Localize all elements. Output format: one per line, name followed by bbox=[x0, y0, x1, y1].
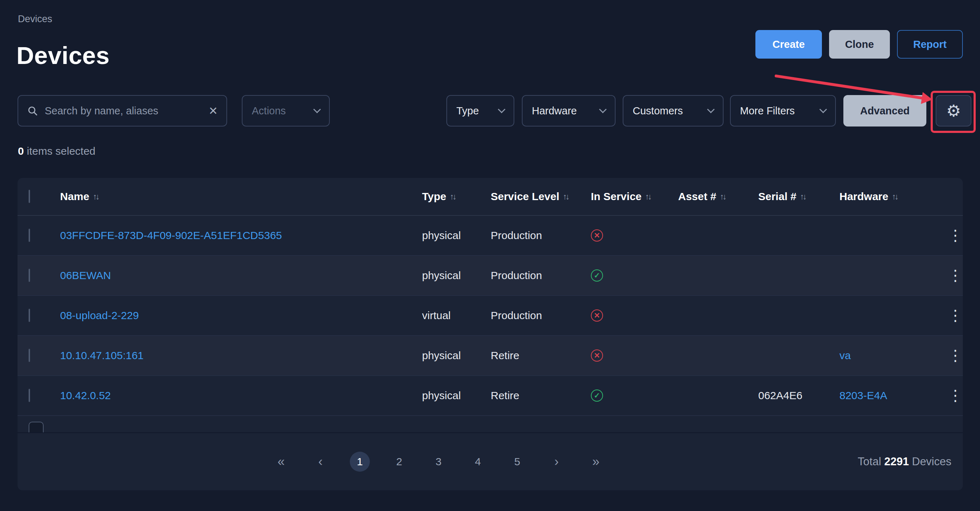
more-filters-dropdown[interactable]: More Filters bbox=[730, 95, 836, 127]
select-all-checkbox[interactable] bbox=[29, 190, 30, 203]
table-row-clipped bbox=[18, 416, 963, 432]
more-filters-label: More Filters bbox=[740, 105, 795, 117]
row-checkbox[interactable] bbox=[29, 422, 44, 432]
search-icon bbox=[27, 105, 38, 116]
column-header-serial[interactable]: Serial #↑↓ bbox=[758, 190, 840, 203]
in-service-status-icon: ✕ bbox=[591, 229, 603, 241]
search-input[interactable] bbox=[45, 105, 202, 117]
breadcrumb[interactable]: Devices bbox=[18, 14, 52, 25]
hardware-link[interactable]: va bbox=[840, 349, 851, 361]
hardware-link[interactable]: 8203-E4A bbox=[840, 389, 887, 401]
page-button-1[interactable]: 1 bbox=[350, 452, 370, 472]
table-row: 06BEWAN physical Production ✓ ⋮ bbox=[18, 256, 963, 296]
device-name-link[interactable]: 10.10.47.105:161 bbox=[60, 349, 144, 361]
next-page-button[interactable]: › bbox=[547, 452, 566, 472]
chevron-down-icon bbox=[707, 105, 714, 113]
service-level-cell: Retire bbox=[491, 349, 591, 362]
in-service-status-icon: ✓ bbox=[591, 270, 603, 282]
service-level-cell: Production bbox=[491, 270, 591, 282]
page-title: Devices bbox=[16, 41, 110, 69]
row-checkbox[interactable] bbox=[29, 229, 30, 242]
pagination: « ‹ 1 2 3 4 5 › » bbox=[271, 452, 606, 472]
advanced-button[interactable]: Advanced bbox=[843, 95, 926, 127]
search-box[interactable]: ✕ bbox=[18, 95, 227, 127]
hardware-filter-dropdown[interactable]: Hardware bbox=[522, 95, 616, 127]
sort-icon: ↑↓ bbox=[563, 192, 568, 202]
device-name-link[interactable]: 08-upload-2-229 bbox=[60, 309, 139, 321]
table-row: 10.10.47.105:161 physical Retire ✕ va ⋮ bbox=[18, 336, 963, 376]
row-menu-kebab-icon[interactable]: ⋮ bbox=[948, 267, 963, 284]
column-header-in-service[interactable]: In Service↑↓ bbox=[591, 190, 678, 203]
row-checkbox[interactable] bbox=[29, 349, 30, 362]
table-header-row: Name↑↓ Type↑↓ Service Level↑↓ In Service… bbox=[18, 178, 963, 216]
customers-filter-dropdown[interactable]: Customers bbox=[623, 95, 724, 127]
selection-count: 0 bbox=[18, 145, 24, 157]
selection-label: items selected bbox=[24, 145, 95, 157]
column-header-service-level[interactable]: Service Level↑↓ bbox=[491, 190, 591, 203]
row-menu-kebab-icon[interactable]: ⋮ bbox=[948, 347, 963, 364]
customers-filter-label: Customers bbox=[633, 105, 683, 117]
table-row: 03FFCDFE-873D-4F09-902E-A51EF1CD5365 phy… bbox=[18, 216, 963, 256]
devices-table: Name↑↓ Type↑↓ Service Level↑↓ In Service… bbox=[18, 178, 963, 490]
sort-icon: ↑↓ bbox=[892, 192, 897, 202]
row-menu-kebab-icon[interactable]: ⋮ bbox=[948, 387, 963, 404]
service-level-cell: Production bbox=[491, 309, 591, 322]
page-button-2[interactable]: 2 bbox=[389, 452, 409, 472]
type-cell: physical bbox=[422, 229, 491, 241]
device-name-link[interactable]: 10.42.0.52 bbox=[60, 389, 111, 401]
column-header-name[interactable]: Name↑↓ bbox=[60, 190, 422, 203]
report-button[interactable]: Report bbox=[897, 30, 963, 59]
row-checkbox[interactable] bbox=[29, 269, 30, 282]
device-name-link[interactable]: 03FFCDFE-873D-4F09-902E-A51EF1CD5365 bbox=[60, 229, 282, 241]
service-level-cell: Retire bbox=[491, 389, 591, 402]
page-button-3[interactable]: 3 bbox=[428, 452, 449, 472]
service-level-cell: Production bbox=[491, 229, 591, 241]
settings-gear-button[interactable]: ⚙ bbox=[935, 95, 971, 127]
clear-search-icon[interactable]: ✕ bbox=[208, 105, 218, 116]
page-button-4[interactable]: 4 bbox=[468, 452, 488, 472]
row-checkbox[interactable] bbox=[29, 309, 30, 322]
chevron-down-icon bbox=[498, 105, 505, 113]
previous-page-button[interactable]: ‹ bbox=[310, 452, 331, 472]
table-row: 08-upload-2-229 virtual Production ✕ ⋮ bbox=[18, 296, 963, 336]
sort-icon: ↑↓ bbox=[800, 192, 805, 202]
type-cell: virtual bbox=[422, 309, 491, 322]
in-service-status-icon: ✕ bbox=[591, 349, 603, 362]
sort-icon: ↑↓ bbox=[645, 192, 651, 202]
page-button-5[interactable]: 5 bbox=[507, 452, 527, 472]
column-header-type[interactable]: Type↑↓ bbox=[422, 190, 491, 203]
sort-icon: ↑↓ bbox=[93, 192, 99, 202]
table-row: 10.42.0.52 physical Retire ✓ 062A4E6 820… bbox=[18, 376, 963, 416]
gear-icon: ⚙ bbox=[946, 101, 961, 121]
actions-dropdown[interactable]: Actions bbox=[242, 95, 330, 127]
chevron-down-icon bbox=[313, 105, 321, 113]
type-cell: physical bbox=[422, 349, 491, 362]
chevron-down-icon bbox=[819, 105, 827, 113]
column-header-asset[interactable]: Asset #↑↓ bbox=[678, 190, 758, 203]
create-button[interactable]: Create bbox=[756, 30, 822, 59]
serial-cell: 062A4E6 bbox=[758, 389, 840, 402]
row-checkbox[interactable] bbox=[29, 389, 30, 402]
chevron-down-icon bbox=[599, 105, 606, 113]
type-filter-label: Type bbox=[457, 105, 479, 117]
selection-status: 0 items selected bbox=[18, 145, 95, 157]
device-name-link[interactable]: 06BEWAN bbox=[60, 270, 111, 281]
total-count: Total 2291 Devices bbox=[858, 455, 951, 468]
column-header-hardware[interactable]: Hardware↑↓ bbox=[840, 190, 948, 203]
last-page-button[interactable]: » bbox=[586, 452, 606, 472]
actions-dropdown-label: Actions bbox=[252, 105, 286, 117]
first-page-button[interactable]: « bbox=[271, 452, 291, 472]
sort-icon: ↑↓ bbox=[450, 192, 455, 202]
row-menu-kebab-icon[interactable]: ⋮ bbox=[948, 307, 963, 324]
in-service-status-icon: ✕ bbox=[591, 309, 603, 322]
total-count-value: 2291 bbox=[884, 455, 909, 468]
in-service-status-icon: ✓ bbox=[591, 389, 603, 402]
clone-button[interactable]: Clone bbox=[829, 30, 890, 59]
sort-icon: ↑↓ bbox=[720, 192, 725, 202]
type-cell: physical bbox=[422, 389, 491, 402]
row-menu-kebab-icon[interactable]: ⋮ bbox=[948, 227, 963, 244]
type-cell: physical bbox=[422, 270, 491, 282]
hardware-filter-label: Hardware bbox=[532, 105, 577, 117]
table-footer: « ‹ 1 2 3 4 5 › » Total 2291 Devices bbox=[18, 432, 963, 490]
type-filter-dropdown[interactable]: Type bbox=[446, 95, 514, 127]
